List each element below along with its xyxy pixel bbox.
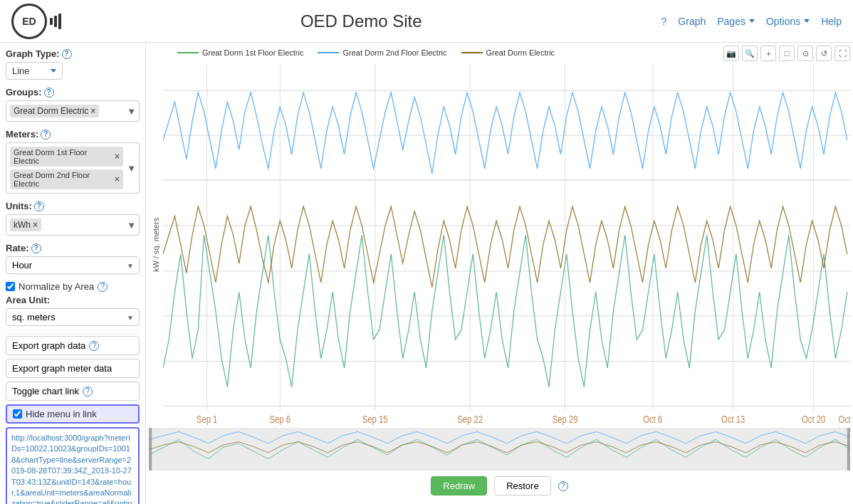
toggle-chart-label: Toggle chart link: [12, 386, 79, 397]
overview-chart: [149, 428, 850, 471]
meters-input[interactable]: Great Dorm 1st Floor Electric × Great Do…: [6, 142, 140, 194]
lasso-button[interactable]: ⊙: [797, 46, 813, 61]
meters-help-icon[interactable]: ?: [41, 130, 51, 140]
units-arrow-icon: ▼: [127, 220, 136, 231]
x-tick-5: Sep 29: [553, 414, 578, 425]
x-tick-3: Sep 15: [362, 414, 388, 425]
graph-type-value: Line: [12, 65, 30, 76]
meter-tag-1: Great Dorm 2nd Floor Electric ×: [10, 169, 123, 189]
graph-type-caret-icon: [51, 69, 56, 73]
units-input[interactable]: kWh × ▼: [6, 214, 140, 236]
main-chart-svg: 0.018 0.016 0.014 0.012 0.01 0.008 0.006…: [163, 64, 850, 425]
slider-right-handle[interactable]: [847, 428, 850, 471]
legend-item-0: Great Dorm 1st Floor Electric: [177, 48, 303, 57]
normalize-row: Normalize by Area ?: [6, 281, 140, 292]
rate-select-wrapper: Hour Minute Second Day Week: [6, 256, 140, 274]
meters-arrow-icon: ▼: [127, 163, 136, 174]
header: ED OED Demo Site ? Graph Pages Options H…: [0, 0, 853, 43]
camera-button[interactable]: 📷: [723, 46, 739, 61]
groups-arrow-icon: ▼: [127, 106, 136, 117]
chart-area: Great Dorm 1st Floor Electric Great Dorm…: [146, 43, 853, 504]
units-section: Units: ? kWh × ▼: [6, 201, 140, 236]
sidebar: Graph Type: ? Line Groups: ? Great Dorm …: [0, 43, 146, 504]
site-title: OED Demo Site: [300, 11, 422, 31]
logo-bar-1: [50, 18, 53, 25]
toggle-chart-button[interactable]: Toggle chart link ?: [6, 382, 140, 401]
graph-type-help-icon[interactable]: ?: [62, 49, 72, 59]
x-tick-6: Oct 6: [643, 414, 662, 425]
normalize-help-icon[interactable]: ?: [98, 282, 108, 292]
groups-help-icon[interactable]: ?: [44, 88, 54, 98]
area-unit-select[interactable]: sq. meters sq. feet: [6, 308, 140, 326]
legend-item-2: Great Dorm Electric: [461, 48, 555, 57]
redraw-button[interactable]: Redraw: [431, 476, 487, 495]
x-tick-1: Sep 1: [197, 414, 217, 425]
y-axis-label: kW / sq. meters: [149, 64, 163, 425]
x-tick-8: Oct 20: [802, 414, 825, 425]
logo: ED: [11, 4, 61, 39]
meters-label: Meters: ?: [6, 129, 140, 140]
pages-nav-label: Pages: [717, 16, 745, 27]
x-tick-9: Oct 27: [838, 414, 850, 425]
meter-tag-0-close[interactable]: ×: [115, 152, 120, 162]
pages-caret-icon: [749, 19, 755, 23]
graph-type-section: Graph Type: ? Line: [6, 48, 140, 80]
unit-tag-0: kWh ×: [10, 219, 41, 231]
hide-menu-checkbox[interactable]: [13, 409, 22, 419]
fullscreen-button[interactable]: ⛶: [834, 46, 850, 61]
overview-overlay: [149, 428, 850, 471]
meter-tag-1-close[interactable]: ×: [115, 174, 120, 184]
slider-left-handle[interactable]: [149, 428, 152, 471]
options-nav-label: Options: [766, 16, 800, 27]
add-button[interactable]: ＋: [760, 46, 776, 61]
logo-bars: [50, 14, 61, 29]
export-graph-button[interactable]: Export graph data ?: [6, 336, 140, 355]
options-nav-dropdown[interactable]: Options: [766, 16, 810, 27]
hide-menu-button[interactable]: Hide menu in link: [6, 404, 140, 424]
url-box[interactable]: http://localhost:3000/graph?meterIDs=100…: [6, 427, 140, 504]
options-caret-icon: [804, 19, 810, 23]
toggle-chart-help-icon[interactable]: ?: [83, 387, 93, 397]
legend-line-0: [177, 52, 199, 53]
chart-bg: [163, 64, 850, 425]
x-tick-2: Sep 6: [270, 414, 291, 425]
export-meter-label: Export graph meter data: [12, 363, 112, 374]
chart-svg[interactable]: 0.018 0.016 0.014 0.012 0.01 0.008 0.006…: [163, 64, 850, 425]
zoom-in-button[interactable]: 🔍: [742, 46, 758, 61]
chart-top-bar: Great Dorm 1st Floor Electric Great Dorm…: [149, 46, 850, 63]
reset-button[interactable]: ↺: [816, 46, 832, 61]
rate-help-icon[interactable]: ?: [31, 243, 41, 253]
graph-type-label: Graph Type: ?: [6, 48, 140, 59]
normalize-label: Normalize by Area: [19, 281, 94, 292]
help-nav-link[interactable]: Help: [821, 16, 842, 27]
logo-bar-3: [58, 14, 61, 29]
logo-bar-2: [54, 16, 57, 27]
box-select-button[interactable]: □: [779, 46, 795, 61]
export-graph-label: Export graph data: [12, 340, 85, 351]
export-graph-help-icon[interactable]: ?: [89, 341, 99, 351]
units-help-icon[interactable]: ?: [34, 201, 44, 211]
graph-nav-link[interactable]: Graph: [678, 16, 706, 27]
graph-type-dropdown[interactable]: Line: [6, 62, 63, 80]
url-text: http://localhost:3000/graph?meterIDs=100…: [11, 434, 132, 504]
meter-tag-0: Great Dorm 1st Floor Electric ×: [10, 147, 123, 167]
legend-line-1: [318, 52, 339, 53]
chart-help-icon[interactable]: ?: [558, 481, 568, 491]
meters-section: Meters: ? Great Dorm 1st Floor Electric …: [6, 129, 140, 194]
group-tag-0-close[interactable]: ×: [90, 106, 95, 116]
pages-nav-dropdown[interactable]: Pages: [717, 16, 755, 27]
restore-button[interactable]: Restore: [494, 476, 551, 495]
header-nav: ? Graph Pages Options Help: [661, 16, 842, 27]
chart-legend: Great Dorm 1st Floor Electric Great Dorm…: [149, 48, 555, 57]
logo-circle: ED: [11, 4, 47, 39]
x-tick-7: Oct 13: [721, 414, 745, 425]
main-chart-container: kW / sq. meters: [149, 64, 850, 425]
unit-tag-0-close[interactable]: ×: [33, 220, 38, 230]
groups-input[interactable]: Great Dorm Electric × ▼: [6, 100, 140, 122]
help-icon: ?: [661, 16, 667, 27]
area-unit-section: Area Unit: sq. meters sq. feet: [6, 295, 140, 326]
rate-select[interactable]: Hour Minute Second Day Week: [6, 256, 140, 274]
normalize-checkbox[interactable]: [6, 282, 15, 291]
legend-label-2: Great Dorm Electric: [486, 48, 555, 57]
export-meter-button[interactable]: Export graph meter data: [6, 359, 140, 378]
